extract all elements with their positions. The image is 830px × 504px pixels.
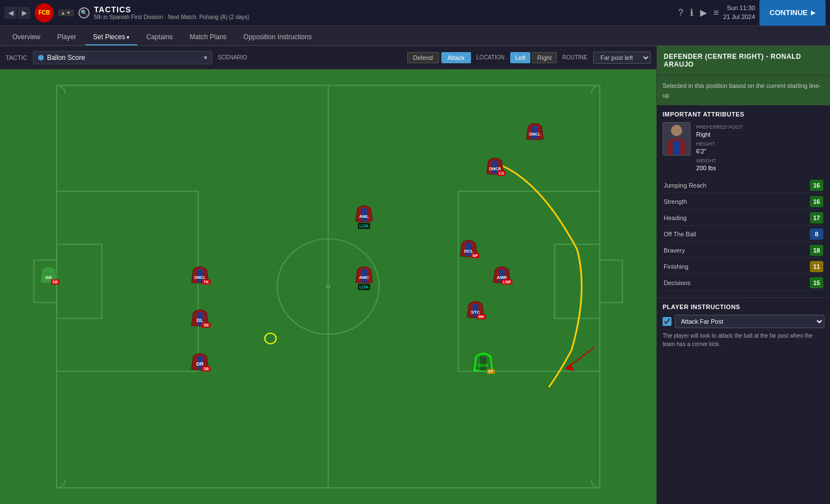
player-avatar: [663, 122, 691, 156]
instructions-title: PLAYER INSTRUCTIONS: [663, 304, 824, 310]
back-button[interactable]: ◀: [4, 7, 17, 19]
player-dmcr[interactable]: DMCR CS: [486, 152, 505, 175]
player-badge: CS: [497, 171, 506, 176]
location-right[interactable]: Right: [532, 52, 557, 63]
attributes-table: Jumping Reach 16 Strength 16 Heading 17 …: [663, 177, 824, 292]
player-dcl[interactable]: DCL NP: [459, 235, 478, 257]
attribute-row: Decisions 15: [664, 276, 823, 291]
tab-overview[interactable]: Overview: [4, 30, 48, 45]
instruction-row: Attack Far Post Near Post Run Stay Back: [663, 315, 824, 328]
attribute-row: Jumping Reach 16: [664, 178, 823, 193]
player-badge: MK: [477, 314, 486, 319]
attributes-title: IMPORTANT ATTRIBUTES: [663, 111, 824, 118]
player-dmcl[interactable]: DMCL TK: [190, 261, 209, 283]
player-badge: TK: [202, 279, 211, 284]
tab-match-plans[interactable]: Match Plans: [182, 30, 235, 45]
player-title: DEFENDER (CENTRE RIGHT) - RONALD ARAUJO: [664, 53, 823, 68]
svg-text:DMCL: DMCL: [194, 276, 206, 279]
player-badge: SB: [202, 366, 211, 371]
game-title: TACTICS: [94, 5, 674, 14]
routine-select[interactable]: Far post left Near post Far post right P…: [593, 52, 651, 64]
scenario-buttons: Defend Attack: [407, 52, 471, 63]
location-left[interactable]: Left: [510, 52, 530, 63]
preferred-foot-label: PREFERRED FOOT: [696, 124, 743, 130]
tab-set-pieces[interactable]: Set Pieces: [85, 30, 137, 45]
player-header: DEFENDER (CENTRE RIGHT) - RONALD ARAUJO: [657, 46, 830, 76]
player-badge: SB: [51, 279, 60, 284]
player-badge: LNR: [501, 279, 512, 284]
search-icon[interactable]: 🔍: [78, 7, 90, 18]
player-badge: SB: [202, 323, 211, 328]
attribute-row: Finishing 11: [664, 259, 823, 274]
club-badge: FCB: [35, 3, 54, 22]
player-dr[interactable]: DR SB: [190, 348, 209, 370]
preferred-foot: Right: [696, 131, 743, 138]
player-dl[interactable]: DL SB: [190, 304, 209, 326]
video-icon[interactable]: ▶: [700, 7, 707, 18]
scenario-attack[interactable]: Attack: [441, 52, 471, 63]
continue-button[interactable]: CONTINUE: [759, 0, 826, 26]
height-label: HEIGHT: [696, 141, 743, 147]
tactic-select[interactable]: Ballon Score ▾: [33, 51, 212, 64]
height: 6'2": [696, 148, 743, 155]
weight-label: WEIGHT: [696, 158, 743, 164]
player-role: LOA: [358, 223, 370, 229]
tab-captains[interactable]: Captains: [138, 30, 180, 45]
main-content: TACTIC Ballon Score ▾ SCENARIO Defend At…: [0, 46, 830, 504]
football-pitch: GK SB DMCL TK DL SB: [0, 69, 656, 504]
location-label: LOCATION: [477, 54, 505, 60]
player-gk[interactable]: GK SB: [39, 261, 58, 283]
player-stats-side: PREFERRED FOOT Right HEIGHT 6'2" WEIGHT …: [696, 122, 743, 171]
instruction-checkbox[interactable]: [663, 317, 672, 326]
player-stc[interactable]: STC MK: [466, 296, 485, 318]
attribute-row: Off The Ball 8: [664, 227, 823, 242]
player-amc[interactable]: AMC LOA: [355, 261, 374, 290]
tactic-dot: [38, 55, 44, 60]
routine-dropdown[interactable]: Far post left Near post Far post right P…: [593, 52, 651, 64]
title-block: TACTICS 5th in Spanish First Division · …: [94, 5, 674, 20]
svg-point-4: [326, 284, 330, 289]
date: 21 Jul 2024: [723, 13, 755, 21]
attributes-section: IMPORTANT ATTRIBUTES PREFERRED FOOT Righ…: [657, 105, 830, 297]
chevron-down-icon: ▾: [204, 54, 207, 62]
svg-rect-39: [673, 141, 680, 155]
datetime: Sun 11:30 21 Jul 2024: [723, 4, 755, 21]
svg-text:DMCR: DMCR: [489, 167, 501, 171]
tab-opposition[interactable]: Opposition Instructions: [236, 30, 320, 45]
svg-text:AMC: AMC: [359, 275, 369, 280]
player-aml[interactable]: AML LOA: [355, 200, 374, 229]
pitch-wrapper: TACTIC Ballon Score ▾ SCENARIO Defend At…: [0, 46, 656, 504]
tab-player[interactable]: Player: [49, 30, 84, 45]
tactic-bar: TACTIC Ballon Score ▾ SCENARIO Defend At…: [0, 46, 656, 69]
svg-text:AML: AML: [359, 214, 369, 219]
scenario-defend[interactable]: Defend: [407, 52, 439, 63]
weight: 200 lbs: [696, 165, 743, 171]
menu-icon[interactable]: ≡: [714, 8, 719, 18]
player-dmcl-top[interactable]: DMCL: [525, 118, 544, 140]
tactic-name: Ballon Score: [47, 54, 85, 62]
svg-point-38: [671, 125, 682, 136]
scenario-label: SCENARIO: [218, 54, 247, 60]
attribute-row: Bravery 18: [664, 243, 823, 258]
player-badge: NP: [471, 253, 480, 258]
forward-button[interactable]: ▶: [18, 7, 30, 19]
field-markings: [0, 69, 656, 504]
player-info-box: Selected in this position based on the c…: [657, 76, 830, 105]
help-icon[interactable]: ?: [678, 8, 683, 18]
instruction-desc: The player will look to attack the ball …: [663, 332, 824, 348]
tactic-label: TACTIC: [6, 54, 27, 61]
topbar: ◀ ▶ FCB ▲▼ 🔍 TACTICS 5th in Spanish Firs…: [0, 0, 830, 26]
player-amr[interactable]: AMR LNR: [492, 261, 511, 283]
player-dcr-selected[interactable]: DCR FP: [473, 348, 494, 373]
player-role: LOA: [358, 284, 370, 290]
subtitle: 5th in Spanish First Division · Next Mat…: [94, 14, 674, 20]
player-badge: FP: [487, 369, 495, 374]
location-buttons: Left Right: [510, 52, 557, 63]
help-icons: ? ℹ ▶ ≡: [678, 7, 719, 18]
svg-text:DCR: DCR: [478, 363, 488, 368]
player-info-text: Selected in this position based on the c…: [663, 81, 824, 100]
info-icon[interactable]: ℹ: [690, 7, 693, 18]
routine-label: ROUTINE: [562, 54, 587, 60]
instruction-select[interactable]: Attack Far Post Near Post Run Stay Back: [675, 315, 824, 328]
nav-arrows[interactable]: ◀ ▶: [4, 7, 30, 19]
